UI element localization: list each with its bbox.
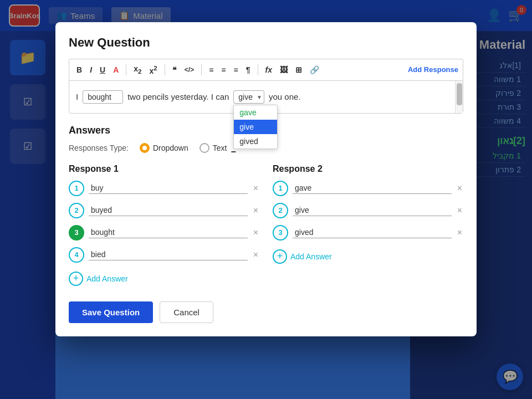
dropdown-2-popup: gave give gived: [233, 105, 278, 149]
responses-grid: Response 1 1 × 2 × 3 ×: [69, 164, 463, 288]
text-radio-option[interactable]: Text _: [200, 143, 236, 153]
new-question-modal: New Question B I U A x2 x2 ❝ </> ≡ ≡ ≡ ¶…: [55, 22, 477, 336]
toolbar-separator-4: [258, 64, 258, 75]
color-button[interactable]: A: [110, 64, 121, 76]
response-2-input-1[interactable]: [293, 182, 452, 194]
dropdown-popup-item-gave[interactable]: gave: [234, 105, 277, 120]
response-1-item-1: 1 ×: [69, 181, 259, 196]
ordered-list-button[interactable]: ≡: [206, 64, 216, 76]
dropdown-1-select[interactable]: bought: [83, 90, 123, 104]
editor-middle-text: two pencils yesterday. I can: [127, 92, 229, 101]
response-1-input-4[interactable]: [89, 249, 248, 260]
response-1-input-3[interactable]: [89, 227, 248, 238]
response-2-item-2: 2 ×: [273, 203, 463, 218]
response-1-title: Response 1: [69, 164, 259, 174]
modal-title: New Question: [69, 35, 463, 50]
toolbar-separator-2: [165, 64, 165, 75]
unordered-list-button[interactable]: ≡: [218, 64, 228, 76]
editor-dropdown-2[interactable]: give ▼ gave give gived: [233, 90, 264, 104]
bold-button[interactable]: B: [74, 64, 85, 76]
response-1-number-1: 1: [69, 181, 84, 196]
response-2-input-3[interactable]: [293, 227, 452, 238]
add-response-button[interactable]: Add Response: [408, 65, 458, 74]
align-button[interactable]: ≡: [231, 64, 241, 76]
editor-content-area: I bought two pencils yesterday. I can gi…: [69, 80, 463, 114]
response-2-number-1: 1: [273, 181, 288, 196]
response-1-column: Response 1 1 × 2 × 3 ×: [69, 164, 259, 288]
response-1-item-2: 2 ×: [69, 203, 259, 218]
response-2-number-2: 2: [273, 203, 288, 218]
toolbar-separator-1: [126, 64, 126, 75]
response-2-delete-1[interactable]: ×: [456, 182, 463, 195]
link-button[interactable]: 🔗: [307, 64, 322, 76]
response-2-title: Response 2: [273, 164, 463, 174]
image-button[interactable]: 🖼: [277, 64, 290, 76]
editor-toolbar: B I U A x2 x2 ❝ </> ≡ ≡ ≡ ¶ fx 🖼 ⊞ 🔗 Add…: [69, 59, 463, 80]
response-1-item-4: 4 ×: [69, 247, 259, 263]
response-1-delete-2[interactable]: ×: [252, 204, 259, 217]
response-2-input-2[interactable]: [293, 204, 452, 216]
response-2-delete-2[interactable]: ×: [456, 204, 463, 217]
answers-section: Answers Responses Type: Dropdown Text _: [69, 125, 463, 288]
editor-scrollbar[interactable]: [455, 81, 463, 113]
dropdown-radio-circle[interactable]: [140, 143, 150, 153]
superscript-button[interactable]: x2: [147, 63, 160, 77]
dropdown-popup-item-gived[interactable]: gived: [234, 134, 277, 149]
dropdown-radio-option[interactable]: Dropdown: [140, 143, 188, 153]
dropdown-popup-item-give[interactable]: give: [234, 120, 277, 134]
toolbar-separator-3: [201, 64, 202, 75]
save-question-button[interactable]: Save Question: [69, 301, 153, 323]
scrollbar-thumb: [457, 83, 462, 105]
response-2-item-1: 1 ×: [273, 181, 463, 196]
response-1-number-3: 3: [69, 225, 84, 241]
response-1-add-circle: +: [69, 272, 83, 286]
cancel-button[interactable]: Cancel: [160, 301, 213, 323]
dropdown-2-chevron: ▼: [257, 94, 262, 100]
modal-footer: Save Question Cancel: [69, 301, 463, 323]
response-1-delete-3[interactable]: ×: [252, 227, 259, 239]
italic-button[interactable]: I: [87, 64, 95, 76]
response-2-number-3: 3: [273, 225, 288, 241]
subscript-button[interactable]: x2: [131, 63, 144, 76]
response-1-delete-1[interactable]: ×: [252, 182, 259, 195]
response-2-column: Response 2 1 × 2 × 3 ×: [273, 164, 463, 288]
response-1-delete-4[interactable]: ×: [252, 249, 259, 261]
response-2-add-circle: +: [273, 249, 287, 264]
formula-button[interactable]: fx: [263, 64, 275, 76]
response-1-input-1[interactable]: [89, 182, 248, 194]
response-1-item-3: 3 ×: [69, 225, 259, 241]
response-2-delete-3[interactable]: ×: [456, 227, 463, 239]
underline-button[interactable]: U: [97, 64, 108, 76]
dropdown-2-btn[interactable]: give ▼: [233, 90, 264, 104]
response-1-add-answer-button[interactable]: + Add Answer: [69, 269, 128, 288]
response-2-add-answer-button[interactable]: + Add Answer: [273, 247, 332, 266]
modal-overlay: New Question B I U A x2 x2 ❝ </> ≡ ≡ ≡ ¶…: [0, 0, 532, 399]
response-2-item-3: 3 ×: [273, 225, 463, 241]
editor-prefix-text: I: [76, 92, 78, 101]
paragraph-button[interactable]: ¶: [243, 64, 253, 76]
code-button[interactable]: </>: [182, 64, 197, 75]
editor-dropdown-1[interactable]: bought: [83, 90, 123, 104]
response-1-input-2[interactable]: [89, 204, 248, 216]
responses-type-label: Responses Type:: [69, 144, 129, 152]
text-radio-circle[interactable]: [200, 143, 209, 153]
editor-suffix-text: you one.: [269, 92, 301, 101]
response-1-number-2: 2: [69, 203, 84, 218]
table-button[interactable]: ⊞: [293, 64, 305, 76]
blockquote-button[interactable]: ❝: [170, 64, 180, 76]
response-1-number-4: 4: [69, 247, 84, 263]
